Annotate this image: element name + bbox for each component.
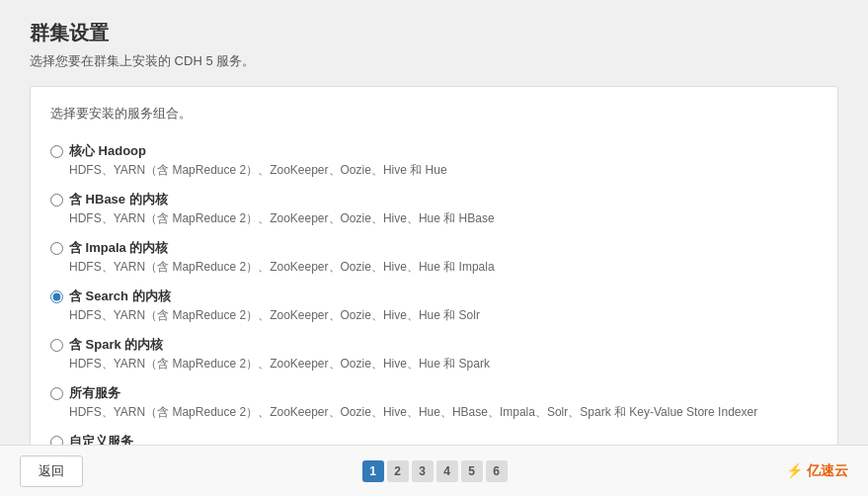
radio-title-hbase-core: 含 HBase 的内核 [69,191,168,208]
footer: 返回 123456 ⚡ 亿速云 [0,445,868,496]
radio-title-impala-core: 含 Impala 的内核 [69,239,168,257]
radio-custom-services[interactable] [50,436,63,446]
radio-title-all-services: 所有服务 [69,384,120,402]
radio-label-row-core-hadoop: 核心 Hadoop [50,142,818,160]
radio-desc-core-hadoop: HDFS、YARN（含 MapReduce 2）、ZooKeeper、Oozie… [69,162,818,179]
radio-desc-spark-core: HDFS、YARN（含 MapReduce 2）、ZooKeeper、Oozie… [69,356,818,372]
radio-item-core-hadoop: 核心 HadoopHDFS、YARN（含 MapReduce 2）、ZooKee… [50,136,818,185]
lightning-icon: ⚡ [786,462,803,478]
main-content: 群集设置 选择您要在群集上安装的 CDH 5 服务。 选择要安装的服务组合。 核… [0,0,868,445]
radio-desc-search-core: HDFS、YARN（含 MapReduce 2）、ZooKeeper、Oozie… [69,307,818,324]
radio-label-row-hbase-core: 含 HBase 的内核 [50,191,818,208]
radio-item-spark-core: 含 Spark 的内核HDFS、YARN（含 MapReduce 2）、ZooK… [50,330,818,378]
page-btn-5[interactable]: 5 [461,460,483,482]
radio-item-impala-core: 含 Impala 的内核HDFS、YARN（含 MapReduce 2）、Zoo… [50,233,818,282]
radio-hbase-core[interactable] [50,194,63,207]
radio-label-row-spark-core: 含 Spark 的内核 [50,336,818,354]
radio-label-row-all-services: 所有服务 [50,384,818,402]
pagination: 123456 [362,460,508,482]
brand-logo: ⚡ 亿速云 [786,462,848,480]
radio-title-custom-services: 自定义服务 [69,433,133,445]
radio-all-services[interactable] [50,387,63,400]
radio-title-core-hadoop: 核心 Hadoop [69,142,146,160]
radio-search-core[interactable] [50,290,63,303]
radio-desc-hbase-core: HDFS、YARN（含 MapReduce 2）、ZooKeeper、Oozie… [69,210,818,227]
radio-label-row-search-core: 含 Search 的内核 [50,288,818,305]
radio-item-search-core: 含 Search 的内核HDFS、YARN（含 MapReduce 2）、Zoo… [50,282,818,330]
page-btn-1[interactable]: 1 [362,460,384,482]
back-button[interactable]: 返回 [20,455,83,487]
page-subtitle: 选择您要在群集上安装的 CDH 5 服务。 [30,52,838,70]
brand-name: 亿速云 [807,462,848,478]
page-btn-3[interactable]: 3 [412,460,434,482]
radio-title-spark-core: 含 Spark 的内核 [69,336,163,354]
radio-core-hadoop[interactable] [50,145,63,158]
card-instruction: 选择要安装的服务组合。 [50,105,818,123]
radio-impala-core[interactable] [50,242,63,255]
radio-item-custom-services: 自定义服务选择您自己的服务。将自动包含所选服务需要的服务。只有在设置了初始群集之… [50,427,818,445]
radio-title-search-core: 含 Search 的内核 [69,288,171,305]
page-btn-4[interactable]: 4 [436,460,458,482]
radio-spark-core[interactable] [50,339,63,352]
service-selection-card: 选择要安装的服务组合。 核心 HadoopHDFS、YARN（含 MapRedu… [30,86,838,445]
radio-item-all-services: 所有服务HDFS、YARN（含 MapReduce 2）、ZooKeeper、O… [50,378,818,427]
page-title: 群集设置 [30,20,838,46]
radio-item-hbase-core: 含 HBase 的内核HDFS、YARN（含 MapReduce 2）、ZooK… [50,185,818,233]
radio-desc-impala-core: HDFS、YARN（含 MapReduce 2）、ZooKeeper、Oozie… [69,259,818,276]
radio-label-row-custom-services: 自定义服务 [50,433,818,445]
page-btn-2[interactable]: 2 [387,460,409,482]
radio-label-row-impala-core: 含 Impala 的内核 [50,239,818,257]
page-btn-6[interactable]: 6 [486,460,508,482]
radio-group: 核心 HadoopHDFS、YARN（含 MapReduce 2）、ZooKee… [50,136,818,445]
radio-desc-all-services: HDFS、YARN（含 MapReduce 2）、ZooKeeper、Oozie… [69,404,818,421]
